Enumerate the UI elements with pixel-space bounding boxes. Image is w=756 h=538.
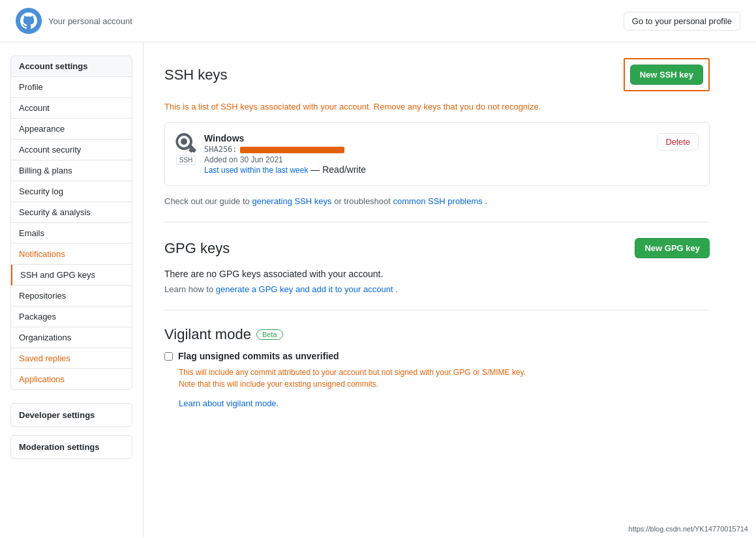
- vigilant-checkbox-row: Flag unsigned commits as unverified: [164, 351, 710, 361]
- key-icon-wrapper: SSH: [175, 133, 196, 165]
- sidebar: Account settings Profile Account Appeara…: [0, 42, 144, 537]
- new-gpg-key-button[interactable]: New GPG key: [635, 238, 710, 258]
- key-sha: SHA256:: [204, 145, 366, 154]
- footer-url: https://blog.csdn.net/YK14770015714: [629, 525, 748, 533]
- key-name: Windows: [204, 133, 366, 143]
- main-layout: Account settings Profile Account Appeara…: [0, 42, 756, 537]
- beta-badge: Beta: [256, 329, 283, 340]
- new-ssh-btn-wrapper: New SSH key: [624, 58, 710, 91]
- vigilant-checkbox-label: Flag unsigned commits as unverified: [178, 351, 339, 361]
- ssh-footer-text: Check out our guide to generating SSH ke…: [164, 196, 710, 206]
- vigilant-learn-link[interactable]: Learn about vigilant mode.: [179, 398, 279, 408]
- account-settings-section: Account settings Profile Account Appeara…: [10, 55, 132, 390]
- user-info: Your personal account: [16, 8, 132, 34]
- gpg-section-header: GPG keys New GPG key: [164, 238, 710, 258]
- sidebar-item-billing[interactable]: Billing & plans: [11, 160, 132, 181]
- sidebar-item-notifications[interactable]: Notifications: [11, 244, 132, 265]
- sidebar-item-packages[interactable]: Packages: [11, 306, 132, 327]
- sidebar-item-account[interactable]: Account: [11, 98, 132, 119]
- developer-settings-btn[interactable]: Developer settings: [10, 403, 132, 427]
- key-details: Windows SHA256: Added on 30 Jun 2021 Las…: [204, 133, 366, 175]
- sidebar-item-account-security[interactable]: Account security: [11, 140, 132, 160]
- vigilant-section: Vigilant mode Beta Flag unsigned commits…: [164, 326, 710, 408]
- sidebar-item-security-analysis[interactable]: Security & analysis: [11, 202, 132, 223]
- ssh-section-title: SSH keys: [164, 67, 228, 83]
- ssh-info-banner: This is a list of SSH keys associated wi…: [164, 102, 710, 112]
- new-ssh-key-button[interactable]: New SSH key: [630, 65, 703, 85]
- main-content: SSH keys New SSH key This is a list of S…: [144, 42, 731, 537]
- ssh-section-header: SSH keys New SSH key: [164, 58, 710, 91]
- ssh-key-left: SSH Windows SHA256: Added on 30 Jun 2021…: [175, 133, 366, 175]
- sidebar-item-saved-replies[interactable]: Saved replies: [11, 348, 132, 369]
- ssh-key-card: SSH Windows SHA256: Added on 30 Jun 2021…: [164, 122, 710, 186]
- sidebar-item-repositories[interactable]: Repositories: [11, 286, 132, 306]
- ssh-type-label: SSH: [176, 155, 196, 165]
- sidebar-item-appearance[interactable]: Appearance: [11, 119, 132, 140]
- gpg-learn-text: Learn how to generate a GPG key and add …: [164, 284, 710, 294]
- vigilant-checkbox[interactable]: [164, 352, 173, 361]
- common-ssh-problems-link[interactable]: common SSH problems: [393, 196, 483, 206]
- sidebar-item-emails[interactable]: Emails: [11, 223, 132, 244]
- sidebar-item-organizations[interactable]: Organizations: [11, 327, 132, 348]
- section-divider-1: [164, 222, 710, 222]
- key-added-date: Added on 30 Jun 2021: [204, 155, 366, 164]
- sha-redacted: [240, 147, 344, 153]
- key-icon: [175, 133, 196, 154]
- section-divider-2: [164, 310, 710, 310]
- key-access-separator: —: [310, 164, 322, 175]
- vigilant-title-row: Vigilant mode Beta: [164, 326, 710, 343]
- sidebar-item-ssh-gpg[interactable]: SSH and GPG keys: [11, 265, 132, 286]
- top-bar: Your personal account Go to your persona…: [0, 0, 756, 42]
- delete-key-button[interactable]: Delete: [657, 133, 699, 151]
- gpg-empty-text: There are no GPG keys associated with yo…: [164, 269, 710, 279]
- sidebar-item-security-log[interactable]: Security log: [11, 181, 132, 202]
- profile-btn[interactable]: Go to your personal profile: [624, 12, 740, 31]
- generating-ssh-keys-link[interactable]: generating SSH keys: [252, 196, 331, 206]
- vigilant-desc: This will include any commit attributed …: [179, 366, 710, 390]
- personal-account-label: Your personal account: [48, 16, 132, 26]
- vigilant-mode-title: Vigilant mode: [164, 326, 251, 343]
- sidebar-item-profile[interactable]: Profile: [11, 77, 132, 98]
- key-access: Read/write: [322, 164, 366, 175]
- moderation-settings-btn[interactable]: Moderation settings: [10, 435, 132, 459]
- key-last-used: Last used within the last week — Read/wr…: [204, 164, 366, 175]
- avatar: [16, 8, 42, 34]
- gpg-section-title: GPG keys: [164, 240, 230, 257]
- generate-gpg-key-link[interactable]: generate a GPG key and add it to your ac…: [216, 284, 393, 294]
- sidebar-items-list: Profile Account Appearance Account secur…: [10, 76, 132, 390]
- sidebar-item-applications[interactable]: Applications: [11, 369, 132, 389]
- sidebar-section-title: Account settings: [10, 55, 132, 76]
